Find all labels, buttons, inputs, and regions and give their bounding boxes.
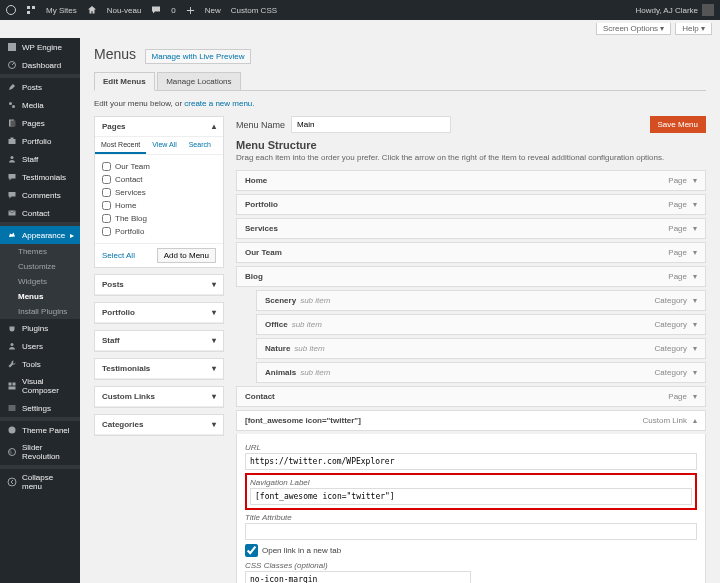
pages-panel-header[interactable]: Pages▴: [95, 117, 223, 137]
help-tab[interactable]: Help ▾: [675, 23, 712, 35]
wp-logo-icon[interactable]: [6, 5, 16, 15]
new-tab-checkbox[interactable]: [245, 544, 258, 557]
sidebar-item-settings[interactable]: Settings: [0, 399, 80, 417]
howdy-text[interactable]: Howdy, AJ Clarke: [635, 6, 698, 15]
page-checkbox[interactable]: [102, 162, 111, 171]
svg-rect-9: [11, 121, 16, 127]
nav-label-input[interactable]: [250, 488, 692, 505]
svg-rect-3: [27, 11, 30, 14]
page-checkbox[interactable]: [102, 188, 111, 197]
accordion-header[interactable]: Categories▾: [95, 415, 223, 435]
css-input[interactable]: [245, 571, 471, 583]
menu-item[interactable]: BlogPage▾: [236, 266, 706, 287]
sidebar-item-portfolio[interactable]: Portfolio: [0, 132, 80, 150]
custom-css-link[interactable]: Custom CSS: [231, 6, 277, 15]
sidebar-item-comments[interactable]: Comments: [0, 186, 80, 204]
submenu-install-plugins[interactable]: Install Plugins: [0, 304, 80, 319]
url-input[interactable]: [245, 453, 697, 470]
screen-options-tab[interactable]: Screen Options ▾: [596, 23, 671, 35]
sidebar-item-media[interactable]: Media: [0, 96, 80, 114]
sidebar-item-plugins[interactable]: Plugins: [0, 319, 80, 337]
sidebar-item-appearance[interactable]: Appearance▸: [0, 226, 80, 244]
sidebar-item-dashboard[interactable]: Dashboard: [0, 56, 80, 74]
svg-rect-15: [9, 383, 12, 386]
sidebar-item-theme-panel[interactable]: Theme Panel: [0, 421, 80, 439]
sidebar-item-visual-composer[interactable]: Visual Composer: [0, 373, 80, 399]
tab-edit-menus[interactable]: Edit Menus: [94, 72, 155, 91]
comment-icon[interactable]: [151, 5, 161, 15]
page-checkbox[interactable]: [102, 227, 111, 236]
submenu-themes[interactable]: Themes: [0, 244, 80, 259]
accordion-header[interactable]: Posts▾: [95, 275, 223, 295]
chevron-down-icon: ▾: [693, 392, 697, 401]
menu-item[interactable]: Our TeamPage▾: [236, 242, 706, 263]
accordion-header[interactable]: Staff▾: [95, 331, 223, 351]
submenu-menus[interactable]: Menus: [0, 289, 80, 304]
title-attr-input[interactable]: [245, 523, 697, 540]
sidebar-item-tools[interactable]: Tools: [0, 355, 80, 373]
network-icon[interactable]: [26, 5, 36, 15]
new-tab-label: Open link in a new tab: [262, 546, 341, 555]
my-sites-link[interactable]: My Sites: [46, 6, 77, 15]
collapse-menu[interactable]: Collapse menu: [0, 469, 80, 495]
sidebar-item-wpengine[interactable]: WP Engine: [0, 38, 80, 56]
sidebar-item-pages[interactable]: Pages: [0, 114, 80, 132]
menu-item[interactable]: ServicesPage▾: [236, 218, 706, 239]
home-icon[interactable]: [87, 5, 97, 15]
chevron-down-icon: ▾: [212, 364, 216, 373]
plus-icon[interactable]: [186, 5, 195, 14]
accordion-header[interactable]: Testimonials▾: [95, 359, 223, 379]
manage-live-preview-button[interactable]: Manage with Live Preview: [145, 49, 252, 64]
chevron-down-icon: ▾: [693, 200, 697, 209]
sidebar-item-staff[interactable]: Staff: [0, 150, 80, 168]
menu-item[interactable]: ContactPage▾: [236, 386, 706, 407]
accordion-header[interactable]: Custom Links▾: [95, 387, 223, 407]
menu-item[interactable]: PortfolioPage▾: [236, 194, 706, 215]
menu-item[interactable]: Officesub itemCategory▾: [256, 314, 706, 335]
menu-name-input[interactable]: [291, 116, 451, 133]
chevron-down-icon: ▾: [212, 392, 216, 401]
chevron-right-icon: ▸: [70, 231, 74, 240]
edit-hint: Edit your menu below, or create a new me…: [94, 99, 706, 108]
pages-tab-search[interactable]: Search: [183, 137, 217, 154]
avatar[interactable]: [702, 4, 714, 16]
page-checkbox[interactable]: [102, 214, 111, 223]
sidebar-item-users[interactable]: Users: [0, 337, 80, 355]
chevron-down-icon: ▾: [212, 420, 216, 429]
url-label: URL: [245, 443, 697, 452]
accordion-header[interactable]: Portfolio▾: [95, 303, 223, 323]
page-checkbox[interactable]: [102, 175, 111, 184]
pages-tab-all[interactable]: View All: [146, 137, 182, 154]
svg-rect-18: [9, 406, 16, 407]
page-checkbox-label: Services: [115, 188, 146, 197]
sidebar-item-testimonials[interactable]: Testimonials: [0, 168, 80, 186]
create-menu-link[interactable]: create a new menu.: [184, 99, 254, 108]
page-checkbox-label: Portfolio: [115, 227, 144, 236]
new-link[interactable]: New: [205, 6, 221, 15]
comment-count[interactable]: 0: [171, 6, 175, 15]
menu-item[interactable]: Scenerysub itemCategory▾: [256, 290, 706, 311]
submenu-customize[interactable]: Customize: [0, 259, 80, 274]
screen-meta: Screen Options ▾ Help ▾: [0, 20, 720, 38]
menu-item[interactable]: HomePage▾: [236, 170, 706, 191]
submenu-widgets[interactable]: Widgets: [0, 274, 80, 289]
menu-item-open[interactable]: [font_awesome icon="twitter"] Custom Lin…: [236, 410, 706, 431]
sidebar-item-slider-revolution[interactable]: Slider Revolution: [0, 439, 80, 465]
site-name-link[interactable]: Nou-veau: [107, 6, 142, 15]
svg-point-12: [11, 156, 14, 159]
menu-name-label: Menu Name: [236, 120, 285, 130]
chevron-down-icon: ▾: [693, 176, 697, 185]
svg-point-7: [12, 105, 15, 108]
add-to-menu-button[interactable]: Add to Menu: [157, 248, 216, 263]
tab-manage-locations[interactable]: Manage Locations: [157, 72, 240, 91]
pages-tab-recent[interactable]: Most Recent: [95, 137, 146, 154]
save-menu-button[interactable]: Save Menu: [650, 116, 706, 133]
sidebar-item-posts[interactable]: Posts: [0, 78, 80, 96]
main-content: Menus Manage with Live Preview Edit Menu…: [80, 38, 720, 583]
svg-rect-1: [27, 6, 30, 9]
menu-item[interactable]: Naturesub itemCategory▾: [256, 338, 706, 359]
menu-item[interactable]: Animalssub itemCategory▾: [256, 362, 706, 383]
select-all-link[interactable]: Select All: [102, 251, 135, 260]
page-checkbox[interactable]: [102, 201, 111, 210]
sidebar-item-contact[interactable]: Contact: [0, 204, 80, 222]
